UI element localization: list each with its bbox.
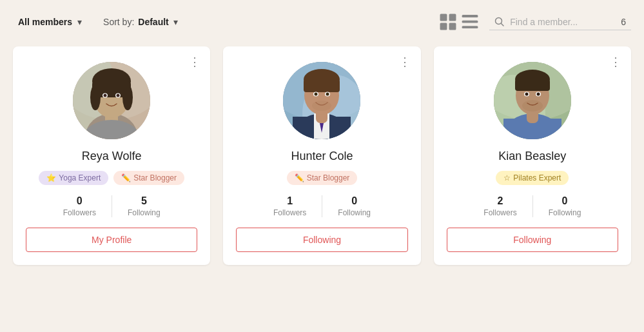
list-icon xyxy=(461,13,479,31)
sort-prefix: Sort by: xyxy=(103,17,134,27)
badge-star-blogger-hunter: ✏️ Star Blogger xyxy=(287,171,358,185)
member-count: 6 xyxy=(621,17,626,27)
member-card-reya-wolfe: ⋮ xyxy=(13,46,210,265)
all-members-dropdown[interactable]: All members ▾ xyxy=(13,14,88,30)
badge-yoga-emoji: ⭐ xyxy=(46,173,56,182)
toolbar: All members ▾ Sort by: Default ▾ xyxy=(13,13,631,31)
following-count-hunter: 0 xyxy=(338,195,371,207)
followers-count-hunter: 1 xyxy=(273,195,306,207)
svg-point-38 xyxy=(315,93,318,96)
svg-point-22 xyxy=(104,94,107,97)
followers-label-kian: Followers xyxy=(483,208,516,217)
following-button-kian[interactable]: Following xyxy=(447,228,618,252)
svg-point-54 xyxy=(536,93,540,96)
following-count-kian: 0 xyxy=(549,195,581,207)
followers-stat-hunter: 1 Followers xyxy=(258,195,322,217)
following-stat-kian: 0 Following xyxy=(533,195,597,217)
svg-point-39 xyxy=(326,93,329,96)
following-count-reya: 5 xyxy=(128,195,161,207)
badge-pilates-label: Pilates Expert xyxy=(513,173,561,182)
badge-blogger-hunter-label: Star Blogger xyxy=(307,173,350,182)
svg-rect-0 xyxy=(440,14,447,21)
badges-hunter: ✏️ Star Blogger xyxy=(287,171,358,185)
svg-rect-6 xyxy=(462,26,478,28)
grid-icon xyxy=(439,13,457,31)
badge-blogger-emoji: ✏️ xyxy=(121,173,131,182)
view-icons xyxy=(439,13,479,31)
member-name-reya: Reya Wolfe xyxy=(82,150,142,163)
following-stat-hunter: 0 Following xyxy=(322,195,386,217)
svg-rect-4 xyxy=(462,15,478,17)
svg-rect-49 xyxy=(515,79,550,91)
badge-pilates-emoji: ☆ xyxy=(503,173,511,182)
avatar-reya-wolfe xyxy=(73,62,150,139)
more-options-button-hunter[interactable]: ⋮ xyxy=(398,54,413,70)
svg-rect-5 xyxy=(462,21,478,23)
badge-yoga-expert: ⭐ Yoga Expert xyxy=(39,171,108,185)
sort-chevron-icon: ▾ xyxy=(173,19,179,25)
svg-point-50 xyxy=(522,100,543,112)
following-button-hunter[interactable]: Following xyxy=(236,228,407,252)
member-name-hunter: Hunter Cole xyxy=(291,150,353,163)
more-options-button-reya[interactable]: ⋮ xyxy=(187,54,202,70)
svg-point-23 xyxy=(117,94,120,97)
search-icon xyxy=(494,17,505,27)
avatar-kian-beasley xyxy=(494,62,571,139)
members-grid: ⋮ xyxy=(13,46,631,265)
grid-view-button[interactable] xyxy=(439,13,457,31)
search-input[interactable] xyxy=(510,17,613,27)
svg-rect-19 xyxy=(92,81,131,97)
following-stat-reya: 5 Following xyxy=(112,195,176,217)
stats-reya: 0 Followers 5 Following xyxy=(26,195,197,217)
svg-point-53 xyxy=(525,93,528,96)
member-card-kian-beasley: ⋮ xyxy=(434,46,631,265)
member-card-hunter-cole: ⋮ xyxy=(223,46,420,265)
badge-blogger-label: Star Blogger xyxy=(133,173,177,182)
sort-dropdown[interactable]: Sort by: Default ▾ xyxy=(98,14,184,30)
stats-kian: 2 Followers 0 Following xyxy=(447,195,618,217)
followers-label-hunter: Followers xyxy=(273,208,306,217)
followers-count-reya: 0 xyxy=(63,195,96,207)
following-label: Following xyxy=(128,208,161,217)
more-options-button-kian[interactable]: ⋮ xyxy=(608,54,623,70)
badge-star-blogger-reya: ✏️ Star Blogger xyxy=(113,171,184,185)
svg-point-40 xyxy=(312,101,331,111)
following-label-hunter: Following xyxy=(338,208,371,217)
member-name-kian: Kian Beasley xyxy=(498,150,566,163)
stats-hunter: 1 Followers 0 Following xyxy=(236,195,407,217)
filter-value: All members xyxy=(18,17,72,27)
badges-reya: ⭐ Yoga Expert ✏️ Star Blogger xyxy=(39,171,184,185)
app-container: All members ▾ Sort by: Default ▾ xyxy=(0,0,644,332)
svg-rect-2 xyxy=(440,23,447,30)
avatar-hunter-cole xyxy=(283,62,360,139)
followers-stat-kian: 2 Followers xyxy=(468,195,532,217)
followers-label: Followers xyxy=(63,208,96,217)
badges-kian: ☆ Pilates Expert xyxy=(496,171,569,185)
followers-count-kian: 2 xyxy=(483,195,516,207)
badge-blogger-hunter-emoji: ✏️ xyxy=(295,173,304,182)
svg-rect-1 xyxy=(449,14,456,21)
svg-line-8 xyxy=(502,23,504,26)
svg-rect-35 xyxy=(304,79,340,92)
svg-rect-3 xyxy=(449,23,456,30)
filter-chevron-icon: ▾ xyxy=(76,19,83,25)
badge-yoga-label: Yoga Expert xyxy=(59,173,101,182)
search-container: 6 xyxy=(489,14,631,30)
badge-pilates-expert: ☆ Pilates Expert xyxy=(496,171,569,185)
sort-value: Default xyxy=(138,17,168,27)
my-profile-button[interactable]: My Profile xyxy=(26,228,197,252)
list-view-button[interactable] xyxy=(461,13,479,31)
following-label-kian: Following xyxy=(549,208,581,217)
followers-stat-reya: 0 Followers xyxy=(48,195,112,217)
